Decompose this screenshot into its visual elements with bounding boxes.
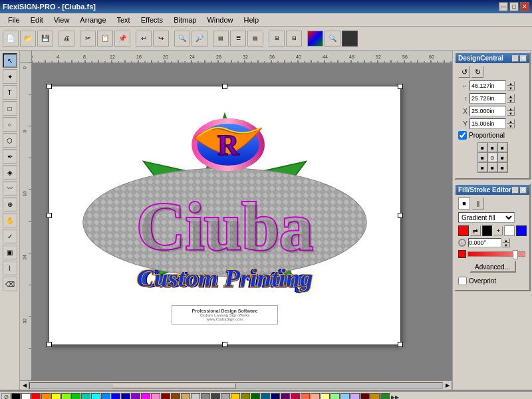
anchor-tl[interactable]: ■ [478, 143, 487, 152]
special-button[interactable] [342, 31, 358, 47]
canvas-area[interactable]: Ciuba Ciuba [20, 51, 452, 390]
color-forest[interactable] [380, 393, 390, 400]
menu-view[interactable]: View [49, 15, 75, 25]
color-lightgray[interactable] [191, 393, 200, 400]
eyedropper-tool[interactable]: ✓ [3, 229, 17, 243]
advanced-button[interactable]: Advanced... [469, 261, 516, 273]
height-down[interactable]: ▼ [507, 98, 515, 103]
minimize-button[interactable]: — [499, 2, 508, 11]
height-input[interactable] [469, 93, 506, 104]
left-color-indicator[interactable] [458, 250, 466, 258]
hscrollbar[interactable]: ◀ ▶ [20, 380, 452, 390]
color-darkgreen[interactable] [251, 393, 260, 400]
redo-button[interactable]: ↪ [153, 31, 169, 47]
width-up[interactable]: ▲ [507, 81, 515, 86]
color-red[interactable] [31, 393, 41, 400]
anchor-mr[interactable]: ■ [498, 153, 507, 162]
angle-down[interactable]: ▼ [502, 243, 510, 247]
color-crimson[interactable] [291, 393, 300, 400]
ungroup-button[interactable]: ⊟ [286, 31, 302, 47]
menu-bitmap[interactable]: Bitmap [168, 15, 201, 25]
color-lightyellow[interactable] [321, 393, 330, 400]
copy-button[interactable]: 📋 [97, 31, 113, 47]
anchor-tc[interactable]: ■ [488, 143, 497, 152]
color-blue[interactable] [111, 393, 120, 400]
color-stop-3[interactable] [504, 225, 515, 236]
fs-minimize[interactable]: _ [512, 187, 519, 194]
dc-close[interactable]: ✕ [520, 55, 527, 62]
zoom-out-button[interactable]: 🔎 [192, 31, 207, 47]
color-gold[interactable] [231, 393, 240, 400]
color-olive[interactable] [241, 393, 250, 400]
zoom-in-button[interactable]: 🔍 [174, 31, 190, 47]
x-input[interactable] [469, 106, 506, 116]
node-tool[interactable]: ✦ [3, 69, 17, 84]
pen-tool[interactable]: ✒ [3, 149, 17, 164]
fill-tool[interactable]: ▣ [3, 245, 17, 259]
handle-bl[interactable] [47, 342, 52, 347]
menu-arrange[interactable]: Arrange [74, 15, 111, 25]
more-colors-btn[interactable]: ▶▶ [390, 393, 400, 400]
color-pink[interactable] [151, 393, 160, 400]
color-sky[interactable] [101, 393, 110, 400]
color-purple[interactable] [131, 393, 140, 400]
gradient-slider[interactable] [467, 251, 525, 257]
color-yellow[interactable] [51, 393, 61, 400]
select-tool[interactable]: ↖ [3, 53, 17, 68]
y-input[interactable] [469, 118, 506, 129]
save-button[interactable]: 💾 [37, 31, 53, 47]
anchor-bc[interactable]: ■ [488, 163, 497, 172]
anchor-bl[interactable]: ■ [478, 163, 487, 172]
gradient-type-select[interactable]: Gradient fill Solid fill No fill [458, 212, 515, 223]
open-button[interactable]: 📂 [20, 31, 36, 47]
scroll-right-btn[interactable]: ▶ [443, 381, 452, 390]
height-up[interactable]: ▲ [507, 94, 515, 98]
warp-tool[interactable]: 〰 [3, 181, 17, 196]
knife-tool[interactable]: ⌇ [3, 261, 17, 275]
color-darkgray[interactable] [211, 393, 220, 400]
color-black[interactable] [11, 393, 21, 400]
angle-input[interactable] [468, 238, 501, 247]
handle-mr[interactable] [398, 213, 403, 218]
ellipse-tool[interactable]: ○ [3, 117, 17, 132]
menu-edit[interactable]: Edit [25, 15, 49, 25]
search-button[interactable]: 🔍 [325, 31, 340, 47]
hscroll-thumb[interactable] [112, 383, 236, 388]
color-cyan[interactable] [91, 393, 100, 400]
color-darkred[interactable] [360, 393, 370, 400]
menu-window[interactable]: Window [201, 15, 238, 25]
proportional-checkbox[interactable] [458, 131, 467, 140]
menu-help[interactable]: Help [239, 15, 265, 25]
fill-gradient-icon[interactable]: ∥ [472, 198, 484, 209]
handle-ml[interactable] [47, 213, 52, 218]
hscroll-track[interactable] [29, 382, 443, 389]
color-white[interactable] [21, 393, 31, 400]
color-silver[interactable] [221, 393, 230, 400]
handle-br[interactable] [398, 342, 403, 347]
contour-tool[interactable]: ◈ [3, 165, 17, 180]
drawing-area[interactable]: Ciuba Ciuba [32, 63, 452, 380]
rotate-left-icon[interactable]: ↺ [458, 66, 470, 78]
handle-tr[interactable] [398, 84, 403, 89]
color-darkcyan[interactable] [261, 393, 270, 400]
handle-tl[interactable] [47, 84, 52, 89]
anchor-ml[interactable]: ■ [478, 153, 487, 162]
color-plum[interactable] [281, 393, 290, 400]
swap-colors-btn[interactable]: ⇄ [470, 225, 481, 236]
menu-effects[interactable]: Effects [136, 15, 168, 25]
no-color-swatch[interactable]: ∅ [1, 393, 11, 400]
text-tool[interactable]: T [3, 85, 17, 100]
anchor-mc[interactable]: ⊙ [488, 153, 497, 162]
eraser-tool[interactable]: ⌫ [3, 277, 17, 291]
maximize-button[interactable]: □ [509, 2, 519, 11]
hand-tool[interactable]: ✋ [3, 213, 17, 227]
overprint-checkbox[interactable] [458, 277, 467, 285]
align-center-button[interactable]: ☰ [230, 31, 246, 47]
polygon-tool[interactable]: ⬡ [3, 133, 17, 148]
color-maroon[interactable] [161, 393, 170, 400]
menu-text[interactable]: Text [112, 15, 136, 25]
menu-file[interactable]: File [3, 15, 25, 25]
close-button[interactable]: ✕ [520, 2, 529, 11]
color-stop-1[interactable] [458, 225, 469, 236]
zoom-tool[interactable]: ⊕ [3, 197, 17, 211]
